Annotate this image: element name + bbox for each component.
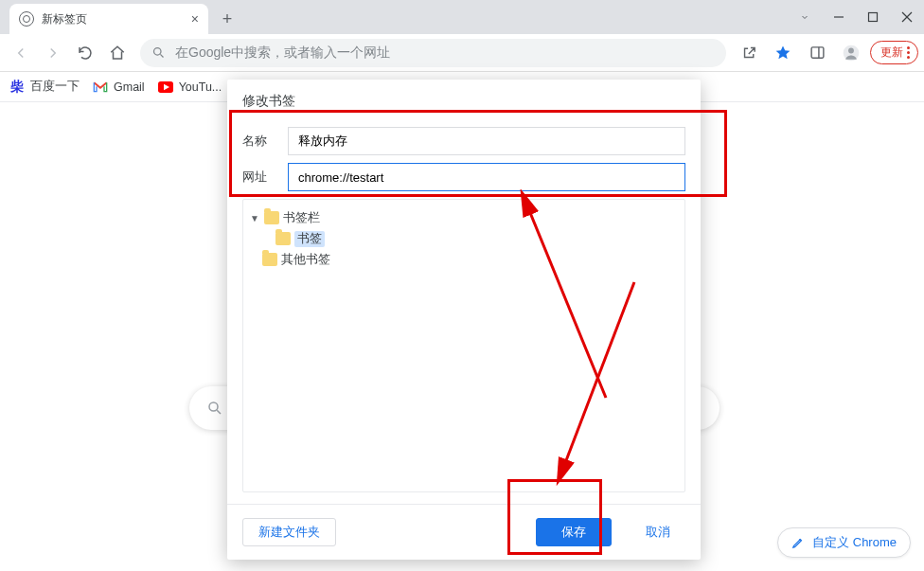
folder-icon (262, 253, 277, 266)
tab-title: 新标签页 (42, 11, 87, 27)
nav-home-button[interactable] (102, 38, 133, 68)
bookmark-url-input[interactable] (288, 163, 685, 191)
address-bar[interactable]: 在Google中搜索，或者输入一个网址 (140, 39, 726, 67)
address-bar-placeholder: 在Google中搜索，或者输入一个网址 (175, 45, 390, 62)
browser-toolbar: 在Google中搜索，或者输入一个网址 更新 (0, 34, 924, 72)
bookmark-label: YouTu... (179, 80, 222, 94)
tree-toggle-icon[interactable]: ▼ (249, 213, 260, 223)
browser-tab[interactable]: 新标签页 × (9, 4, 208, 34)
search-icon (206, 400, 223, 417)
edit-bookmark-dialog: 修改书签 名称 网址 ▼ 书签栏 书签 其他书签 新建文件夹 (227, 80, 701, 560)
window-minimize-button[interactable] (822, 0, 856, 34)
profile-button[interactable] (836, 38, 866, 68)
svg-point-4 (154, 48, 162, 56)
tree-row-bookmarks-child[interactable]: 书签 (249, 228, 679, 249)
dialog-title: 修改书签 (227, 80, 701, 119)
tree-label: 其他书签 (281, 252, 330, 268)
tree-row-bookmarks-bar[interactable]: ▼ 书签栏 (249, 207, 679, 228)
customize-chrome-button[interactable]: 自定义 Chrome (777, 527, 911, 558)
new-tab-button[interactable]: + (214, 6, 240, 32)
tree-label: 书签栏 (283, 210, 320, 226)
bookmark-star-button[interactable] (768, 38, 798, 68)
new-folder-button[interactable]: 新建文件夹 (242, 518, 336, 546)
nav-forward-button[interactable] (38, 38, 68, 68)
gmail-icon (93, 80, 108, 95)
svg-rect-6 (811, 47, 824, 58)
url-field-row: 网址 (242, 163, 685, 191)
folder-icon (264, 211, 279, 224)
bookmark-label: 百度一下 (30, 79, 80, 95)
cancel-button[interactable]: 取消 (631, 518, 685, 546)
name-label: 名称 (242, 133, 275, 150)
svg-line-12 (217, 410, 221, 414)
svg-line-5 (160, 54, 163, 57)
share-button[interactable] (734, 38, 764, 68)
svg-point-11 (209, 402, 218, 411)
youtube-icon (158, 80, 173, 95)
baidu-icon: 柴 (9, 80, 25, 95)
name-field-row: 名称 (242, 127, 685, 155)
url-label: 网址 (242, 169, 275, 186)
tab-search-button[interactable] (788, 0, 822, 34)
customize-chrome-label: 自定义 Chrome (812, 534, 897, 551)
folder-icon (275, 232, 291, 245)
window-close-button[interactable] (890, 0, 924, 34)
window-titlebar: 新标签页 × + (0, 0, 924, 34)
pencil-icon (791, 536, 805, 549)
update-button[interactable]: 更新 (870, 41, 918, 64)
window-maximize-button[interactable] (856, 0, 890, 34)
nav-back-button[interactable] (6, 38, 36, 68)
folder-tree[interactable]: ▼ 书签栏 书签 其他书签 (242, 199, 685, 492)
update-button-label: 更新 (880, 45, 903, 61)
bookmark-name-input[interactable] (288, 127, 685, 155)
bookmark-item-gmail[interactable]: Gmail (93, 80, 145, 95)
tree-label-selected: 书签 (294, 231, 325, 247)
search-icon (151, 45, 166, 60)
window-controls (788, 0, 924, 34)
bookmark-item-baidu[interactable]: 柴 百度一下 (9, 79, 80, 95)
tree-row-other[interactable]: 其他书签 (249, 249, 679, 270)
save-button[interactable]: 保存 (536, 518, 612, 546)
side-panel-button[interactable] (802, 38, 832, 68)
svg-point-9 (848, 47, 854, 53)
menu-dots-icon (907, 46, 910, 59)
tab-close-button[interactable]: × (191, 11, 199, 27)
nav-reload-button[interactable] (70, 38, 100, 68)
bookmark-label: Gmail (114, 80, 145, 94)
dialog-footer: 新建文件夹 保存 取消 (227, 504, 701, 560)
bookmark-item-youtube[interactable]: YouTu... (158, 80, 222, 95)
svg-rect-1 (869, 13, 878, 22)
tab-favicon-icon (19, 11, 34, 27)
